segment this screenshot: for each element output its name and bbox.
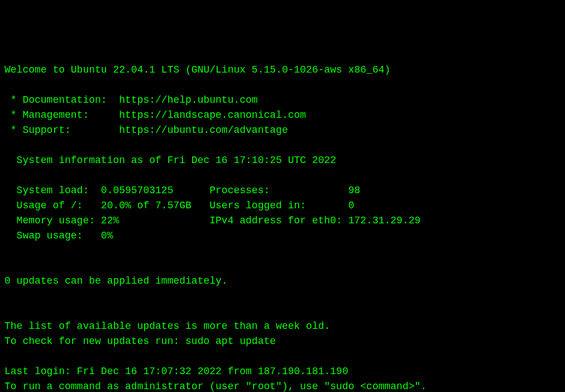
management-line: * Management: https://landscape.canonica…: [4, 108, 561, 123]
updates-line: 0 updates can be applied immediately.: [4, 274, 561, 289]
blank-line: [4, 289, 561, 304]
sudo-hint-1: To run a command as administrator (user …: [4, 379, 561, 392]
terminal-output[interactable]: Welcome to Ubuntu 22.04.1 LTS (GNU/Linux…: [4, 63, 561, 392]
updates-stale-2: To check for new updates run: sudo apt u…: [4, 334, 561, 349]
blank-line: [4, 138, 561, 153]
sysinfo-header: System information as of Fri Dec 16 17:1…: [4, 153, 561, 168]
blank-line: [4, 259, 561, 274]
blank-line: [4, 78, 561, 93]
blank-line: [4, 304, 561, 319]
sysinfo-row-2: Usage of /: 20.0% of 7.57GB Users logged…: [4, 198, 561, 213]
updates-stale-1: The list of available updates is more th…: [4, 319, 561, 334]
blank-line: [4, 349, 561, 364]
blank-line: [4, 168, 561, 183]
last-login-line: Last login: Fri Dec 16 17:07:32 2022 fro…: [4, 364, 561, 379]
support-line: * Support: https://ubuntu.com/advantage: [4, 123, 561, 138]
sysinfo-row-4: Swap usage: 0%: [4, 228, 561, 243]
documentation-line: * Documentation: https://help.ubuntu.com: [4, 93, 561, 108]
sysinfo-row-3: Memory usage: 22% IPv4 address for eth0:…: [4, 213, 561, 228]
blank-line: [4, 243, 561, 259]
sysinfo-row-1: System load: 0.0595703125 Processes: 98: [4, 183, 561, 198]
welcome-line: Welcome to Ubuntu 22.04.1 LTS (GNU/Linux…: [4, 63, 561, 78]
